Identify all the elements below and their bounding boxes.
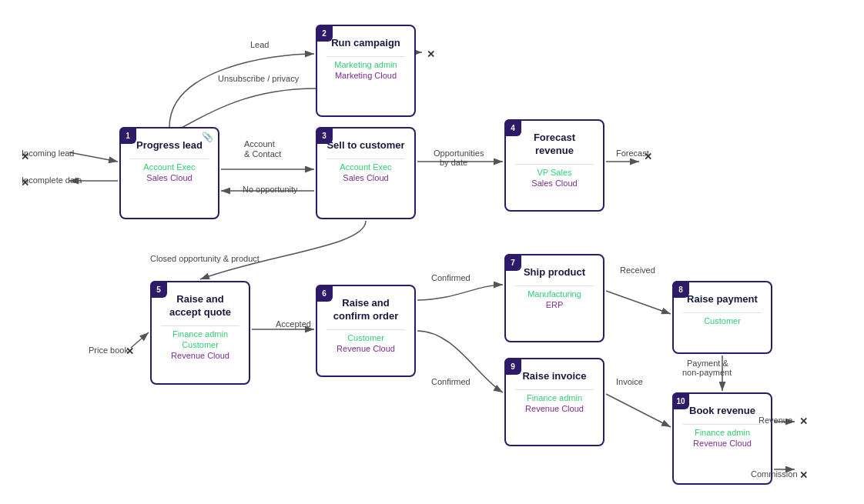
node-1-tag-0: Account Exec [130,162,209,172]
node-5[interactable]: 5Raise and accept quoteFinance adminCust… [150,281,250,385]
node-8-tag-0: Customer [683,316,762,325]
node-9-title: Raise invoice [515,370,594,383]
node-5-tag-2: Revenue Cloud [161,351,239,360]
node-10-tag-0: Finance admin [683,428,762,437]
node-1-badge: 1 [119,127,136,144]
label-3: Unsubscribe / privacy [218,74,299,83]
node-7-tag-0: Manufacturing [515,289,594,299]
node-6-tag-1: Revenue Cloud [327,344,405,353]
label-19: Revenue [759,416,792,425]
label-14: Received [620,265,655,275]
label-7: Opportunities [434,149,484,158]
node-10-badge: 10 [672,392,689,409]
node-3-tag-0: Account Exec [327,162,405,172]
node-7-tag-1: ERP [515,300,594,309]
node-1-tag-1: Sales Cloud [130,173,209,182]
label-2: Lead [250,40,269,49]
node-6-badge: 6 [316,285,333,302]
node-2-title: Run campaign [327,37,405,50]
label-1: Incomplete data [22,175,82,185]
label-6: No opportunity [243,185,298,194]
node-9-tag-0: Finance admin [515,393,594,402]
x-mark-0: ✕ [21,151,29,162]
node-4-tag-1: Sales Cloud [515,179,594,188]
node-9[interactable]: 9Raise invoiceFinance adminRevenue Cloud [504,358,604,446]
node-3-tag-1: Sales Cloud [327,173,405,182]
node-5-tag-1: Customer [161,340,239,349]
node-7-title: Ship product [515,266,594,279]
label-20: Commission [751,469,798,479]
node-10-tag-1: Revenue Cloud [683,439,762,448]
node-2-tag-1: Marketing Cloud [327,71,405,80]
node-8-title: Raise payment [683,293,762,306]
node-6-title: Raise and confirm order [327,297,405,323]
x-mark-5: ✕ [799,416,808,427]
node-9-tag-1: Revenue Cloud [515,404,594,413]
attachment-icon: 📎 [202,132,213,142]
node-5-tag-0: Finance admin [161,329,239,339]
node-4-badge: 4 [504,119,521,136]
node-4-tag-0: VP Sales [515,168,594,177]
node-3-badge: 3 [316,127,333,144]
node-10-title: Book revenue [683,405,762,418]
svg-line-11 [606,291,671,314]
node-5-title: Raise and accept quote [161,293,239,319]
node-9-badge: 9 [504,358,521,375]
node-4[interactable]: 4Forecast revenueVP SalesSales Cloud [504,119,604,212]
node-8[interactable]: 8Raise paymentCustomer [672,281,772,354]
label-13: Confirmed [431,273,471,282]
x-mark-1: ✕ [21,177,29,189]
label-10: Closed opportunity & product [150,254,260,263]
label-11: Price book [89,345,129,355]
label-8: by date [440,158,467,167]
label-18: non-payment [682,368,732,377]
label-4: Account [244,139,275,149]
node-2-tag-0: Marketing admin [327,60,405,69]
node-3-title: Sell to customer [327,139,405,152]
label-12: Accepted [276,319,311,329]
svg-line-12 [606,394,671,427]
node-4-title: Forecast revenue [515,132,594,158]
node-7-badge: 7 [504,254,521,271]
svg-line-2 [69,152,118,162]
label-0: Incoming lead [22,149,75,158]
x-mark-6: ✕ [799,469,808,481]
label-5: & Contact [244,149,281,159]
process-diagram: 1📎Progress leadAccount ExecSales Cloud2R… [0,0,864,504]
label-16: Invoice [616,377,643,386]
node-1[interactable]: 1📎Progress leadAccount ExecSales Cloud [119,127,219,219]
node-2-badge: 2 [316,25,333,42]
node-7[interactable]: 7Ship productManufacturingERP [504,254,604,342]
node-1-title: Progress lead [130,139,209,152]
node-2[interactable]: 2Run campaignMarketing adminMarketing Cl… [316,25,416,117]
node-5-badge: 5 [150,281,167,298]
x-mark-4: ✕ [126,345,134,357]
node-8-badge: 8 [672,281,689,298]
node-3[interactable]: 3Sell to customerAccount ExecSales Cloud [316,127,416,219]
label-17: Payment & [687,359,728,368]
x-mark-3: ✕ [644,151,652,162]
label-15: Confirmed [431,377,471,386]
node-6[interactable]: 6Raise and confirm orderCustomerRevenue … [316,285,416,377]
node-6-tag-0: Customer [327,333,405,342]
x-mark-2: ✕ [427,48,435,60]
